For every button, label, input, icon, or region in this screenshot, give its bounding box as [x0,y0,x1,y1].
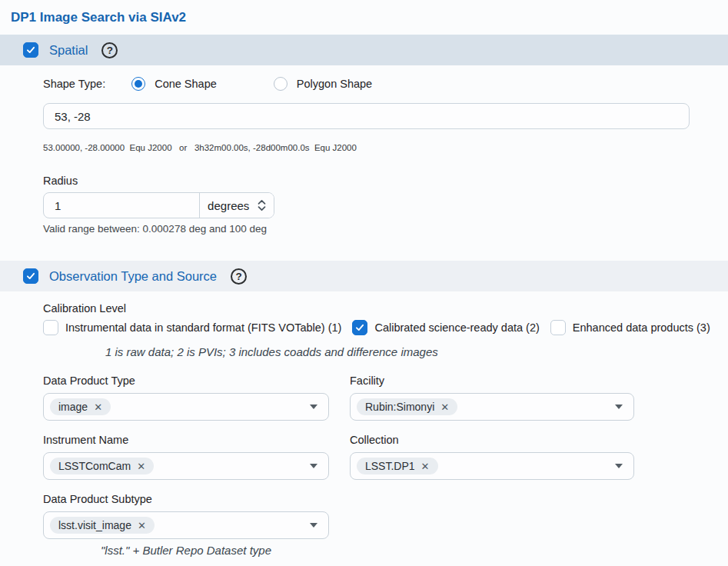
data-product-subtype-field: Data Product Subtype lsst.visit_image ✕ … [43,493,329,557]
data-product-type-label: Data Product Type [43,375,329,387]
calibration-option-1[interactable]: Instrumental data in standard format (FI… [43,320,341,335]
spatial-section-body: Shape Type: Cone Shape Polygon Shape 53.… [0,77,728,235]
shape-type-row: Shape Type: Cone Shape Polygon Shape [43,77,728,91]
chevron-down-icon [615,405,623,409]
stepper-icon [258,198,266,212]
check-icon [25,45,36,55]
observation-section-header: Observation Type and Source ? [0,261,728,291]
spatial-help-icon[interactable]: ? [101,42,118,58]
remove-tag-icon[interactable]: ✕ [137,461,145,471]
radius-label: Radius [43,175,728,187]
calibration-1-checkbox[interactable] [43,320,58,335]
observation-section-body: Calibration Level Instrumental data in s… [0,302,728,557]
chevron-down-icon [310,464,317,468]
chevron-down-icon [615,464,623,468]
calibration-2-label: Calibrated science-ready data (2) [374,321,539,334]
tag-value: Rubin:Simonyi [365,401,434,413]
calibration-options-row: Instrumental data in standard format (FI… [43,320,728,335]
instrument-name-dropdown[interactable]: LSSTComCam ✕ [43,452,329,480]
facility-label: Facility [350,375,634,387]
radius-unit-select[interactable]: degrees [199,193,274,218]
remove-tag-icon[interactable]: ✕ [440,402,449,412]
collection-field: Collection LSST.DP1 ✕ [350,434,634,480]
data-product-type-dropdown[interactable]: image ✕ [43,393,329,421]
selected-tag: lsst.visit_image ✕ [50,517,155,534]
calibration-level-label: Calibration Level [43,302,728,315]
calibration-3-checkbox[interactable] [550,320,566,335]
spatial-section-label[interactable]: Spatial [49,43,88,58]
polygon-shape-radio[interactable] [274,77,288,91]
subtype-note: "lsst." + Butler Repo Dataset type [43,544,329,557]
calibration-1-label: Instrumental data in standard format (FI… [65,321,341,334]
calibration-option-2[interactable]: Calibrated science-ready data (2) [352,320,539,335]
remove-tag-icon[interactable]: ✕ [138,521,146,531]
facility-dropdown[interactable]: Rubin:Simonyi ✕ [350,393,634,421]
spatial-checkbox[interactable] [23,42,38,58]
calibration-option-3[interactable]: Enhanced data products (3) [550,320,710,335]
coordinates-hint: 53.00000, -28.00000 Equ J2000 or 3h32m00… [43,143,728,152]
tag-value: LSSTComCam [58,460,131,472]
instrument-name-label: Instrument Name [43,434,329,446]
sia-search-form: DP1 Image Search via SIAv2 Spatial ? Sha… [0,0,728,566]
observation-checkbox[interactable] [23,268,38,284]
shape-type-label: Shape Type: [43,78,105,90]
polygon-shape-label: Polygon Shape [297,78,372,90]
observation-fields-grid: Data Product Type image ✕ Facility Rubin… [43,375,728,557]
data-product-subtype-dropdown[interactable]: lsst.visit_image ✕ [43,511,329,539]
cone-shape-label: Cone Shape [155,78,217,90]
check-icon [354,322,365,333]
data-product-subtype-label: Data Product Subtype [43,493,329,505]
radio-option-cone-shape[interactable]: Cone Shape [131,77,243,91]
check-icon [25,271,36,281]
instrument-name-field: Instrument Name LSSTComCam ✕ [43,434,329,480]
radius-unit-value: degrees [208,199,249,212]
coordinates-input[interactable] [43,103,690,129]
data-product-type-field: Data Product Type image ✕ [43,375,329,421]
cone-shape-radio[interactable] [131,77,145,91]
observation-section-label[interactable]: Observation Type and Source [49,269,217,284]
collection-dropdown[interactable]: LSST.DP1 ✕ [350,452,634,480]
observation-help-icon[interactable]: ? [231,268,247,285]
calibration-3-label: Enhanced data products (3) [573,321,710,334]
facility-field: Facility Rubin:Simonyi ✕ [350,375,634,421]
spatial-section-header: Spatial ? [0,35,728,65]
selected-tag: image ✕ [50,398,111,415]
remove-tag-icon[interactable]: ✕ [421,461,430,471]
tag-value: image [58,401,88,413]
radius-input-group: degrees [43,192,274,218]
radio-option-polygon-shape[interactable]: Polygon Shape [274,77,398,91]
tag-value: LSST.DP1 [365,460,415,472]
selected-tag: LSST.DP1 ✕ [357,458,438,474]
selected-tag: Rubin:Simonyi ✕ [357,398,457,415]
radius-valid-range: Valid range between: 0.000278 deg and 10… [43,223,728,235]
chevron-down-icon [310,523,317,528]
tag-value: lsst.visit_image [58,519,131,531]
calibration-2-checkbox[interactable] [352,320,367,335]
remove-tag-icon[interactable]: ✕ [94,402,102,412]
collection-label: Collection [350,434,634,446]
calibration-note: 1 is raw data; 2 is PVIs; 3 includes coa… [105,345,728,358]
chevron-down-icon [310,405,317,409]
page-title: DP1 Image Search via SIAv2 [0,0,728,25]
selected-tag: LSSTComCam ✕ [50,458,154,474]
radius-input[interactable] [44,193,199,218]
